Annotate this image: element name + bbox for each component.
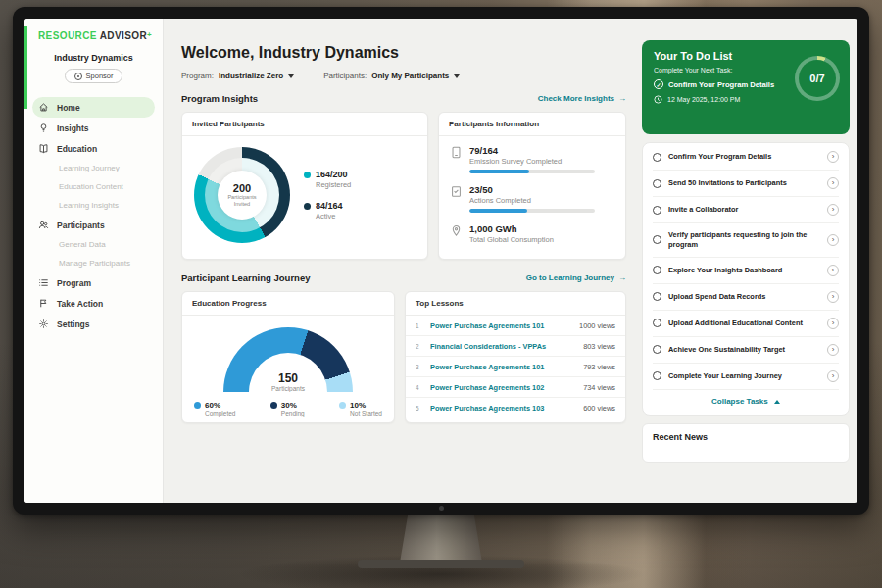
lesson-row: 3 Power Purchase Agreements 101 793 view…	[406, 357, 625, 377]
sidebar-item-learning-journey[interactable]: Learning Journey	[32, 159, 155, 177]
task-item-send-invitations[interactable]: Send 50 Invitations to Participants ›	[653, 171, 839, 197]
gear-icon	[38, 318, 49, 329]
emission-survey-progress-fill	[469, 170, 529, 173]
survey-icon	[451, 146, 462, 159]
bulb-icon	[38, 122, 49, 133]
sidebar-item-education-content[interactable]: Education Content	[32, 177, 155, 196]
sidebar-item-take-action[interactable]: Take Action	[32, 293, 155, 314]
task-item-upload-educational-content[interactable]: Upload Additional Educational Content ›	[653, 311, 839, 337]
education-legend: 60% Completed 30% Pending 10% Not Starte…	[192, 401, 384, 416]
todo-next-task[interactable]: ✓ Confirm Your Program Details	[654, 79, 791, 89]
sidebar-item-participants[interactable]: Participants	[32, 215, 155, 235]
completed-dot	[194, 402, 201, 409]
lesson-link[interactable]: Power Purchase Agreements 103	[430, 404, 576, 413]
dashboard-screen: RESOURCE ADVISOR+ Industry Dynamics Spon…	[24, 19, 858, 503]
link-label: Go to Learning Journey	[526, 273, 614, 282]
chevron-right-icon[interactable]: ›	[827, 234, 839, 246]
sidebar-item-label: Program	[57, 278, 91, 288]
insights-cards-row: Invited Participants 200 Participants In…	[181, 112, 626, 260]
task-checkbox[interactable]	[653, 345, 662, 354]
sidebar-item-label: Education	[57, 144, 97, 154]
registered-value: 164/200	[316, 170, 348, 179]
sidebar-item-label: Home	[57, 103, 80, 113]
actions-completed-progressbar	[469, 209, 595, 213]
task-checkbox[interactable]	[653, 266, 662, 274]
info-card-body: 79/164 Emission Survey Completed 23/50 A…	[439, 136, 625, 259]
task-item-upload-spend-data[interactable]: Upload Spend Data Records ›	[653, 284, 839, 311]
task-item-verify-participants[interactable]: Verify participants requesting to join t…	[653, 223, 839, 258]
emission-survey-label: Emission Survey Completed	[469, 157, 595, 166]
task-item-complete-learning-journey[interactable]: Complete Your Learning Journey ›	[653, 364, 839, 390]
lesson-rank: 5	[416, 405, 423, 412]
sidebar-item-program[interactable]: Program	[32, 272, 155, 293]
task-checkbox[interactable]	[653, 153, 662, 162]
program-insights-title: Program Insights	[181, 93, 258, 104]
lesson-link[interactable]: Financial Considerations - VPPAs	[430, 342, 576, 351]
monitor-power-indicator	[439, 506, 444, 511]
sidebar-item-insights[interactable]: Insights	[32, 118, 155, 138]
lesson-link[interactable]: Power Purchase Agreements 102	[430, 383, 576, 392]
chevron-right-icon[interactable]: ›	[827, 177, 839, 189]
task-item-confirm-program[interactable]: Confirm Your Program Details ›	[653, 144, 839, 171]
lesson-row: 2 Financial Considerations - VPPAs 803 v…	[406, 336, 625, 357]
task-checkbox[interactable]	[653, 235, 662, 244]
chevron-right-icon[interactable]: ›	[827, 344, 839, 356]
lesson-rank: 1	[416, 322, 423, 329]
people-icon	[38, 220, 49, 230]
go-to-learning-journey-link[interactable]: Go to Learning Journey →	[526, 273, 626, 282]
task-checkbox[interactable]	[653, 292, 662, 301]
lesson-link[interactable]: Power Purchase Agreements 101	[430, 363, 576, 371]
program-filter[interactable]: Program: Industrialize Zero	[181, 72, 294, 80]
sidebar-nav: Home Insights Education Learning Journey	[24, 97, 163, 334]
recent-news-title: Recent News	[653, 432, 708, 442]
registered-label: Registered	[316, 180, 351, 189]
chevron-right-icon[interactable]: ›	[827, 370, 839, 382]
sponsor-badge: Sponsor	[65, 69, 123, 83]
todo-summary-card: Your To Do List Complete Your Next Task:…	[642, 40, 850, 134]
consumption-row: 1,000 GWh Total Global Consumption	[451, 223, 613, 244]
task-checkbox[interactable]	[653, 318, 662, 327]
recent-news-card: Recent News	[642, 423, 850, 463]
lesson-views: 734 views	[583, 383, 615, 392]
chevron-right-icon[interactable]: ›	[827, 265, 839, 276]
task-item-achieve-target[interactable]: Achieve One Sustainability Target ›	[653, 337, 839, 364]
task-item-explore-insights[interactable]: Explore Your Insights Dashboard ›	[653, 258, 839, 284]
invited-card-body: 200 Participants Invited 164/200 Registe…	[182, 136, 427, 254]
not-started-dot	[339, 402, 346, 409]
sidebar-item-education[interactable]: Education	[32, 138, 155, 159]
todo-panel: Your To Do List Complete Your Next Task:…	[642, 40, 850, 503]
task-label: Send 50 Invitations to Participants	[668, 178, 820, 188]
task-checkbox[interactable]	[653, 179, 662, 188]
check-more-insights-link[interactable]: Check More Insights →	[538, 94, 626, 103]
lesson-link[interactable]: Power Purchase Agreements 101	[430, 321, 572, 330]
task-checkbox[interactable]	[653, 371, 662, 380]
not-started-label: Not Started	[350, 410, 382, 416]
participants-filter[interactable]: Participants: Only My Participants	[323, 72, 460, 80]
learning-journey-title: Participant Learning Journey	[181, 272, 310, 283]
todo-progress-value: 0/7	[799, 60, 836, 97]
sidebar-item-manage-participants[interactable]: Manage Participants	[32, 254, 155, 272]
chevron-right-icon[interactable]: ›	[827, 151, 839, 163]
task-label: Invite a Collaborator	[668, 205, 820, 215]
logo-plus: +	[147, 30, 152, 39]
task-label: Upload Additional Educational Content	[668, 318, 820, 328]
sidebar-item-learning-insights[interactable]: Learning Insights	[32, 196, 155, 215]
task-item-invite-collaborator[interactable]: Invite a Collaborator ›	[653, 197, 839, 223]
invited-participants-card: Invited Participants 200 Participants In…	[181, 112, 428, 260]
task-checkbox[interactable]	[653, 206, 662, 215]
chevron-right-icon[interactable]: ›	[827, 204, 839, 216]
task-label: Upload Spend Data Records	[668, 292, 820, 302]
lesson-views: 600 views	[583, 404, 615, 413]
sidebar-item-settings[interactable]: Settings	[32, 314, 155, 334]
checklist-icon	[451, 185, 462, 198]
scene-background: RESOURCE ADVISOR+ Industry Dynamics Spon…	[0, 0, 882, 588]
chevron-right-icon[interactable]: ›	[827, 318, 839, 329]
legend-active: 84/164 Active	[304, 201, 351, 220]
legend-pending: 30% Pending	[270, 401, 305, 416]
collapse-tasks-button[interactable]: Collapse Tasks	[653, 390, 839, 414]
sidebar-item-home[interactable]: Home	[32, 97, 155, 118]
sidebar-item-general-data[interactable]: General Data	[32, 235, 155, 254]
chevron-right-icon[interactable]: ›	[827, 291, 839, 303]
chevron-down-icon	[454, 74, 460, 78]
link-label: Check More Insights	[538, 94, 614, 103]
